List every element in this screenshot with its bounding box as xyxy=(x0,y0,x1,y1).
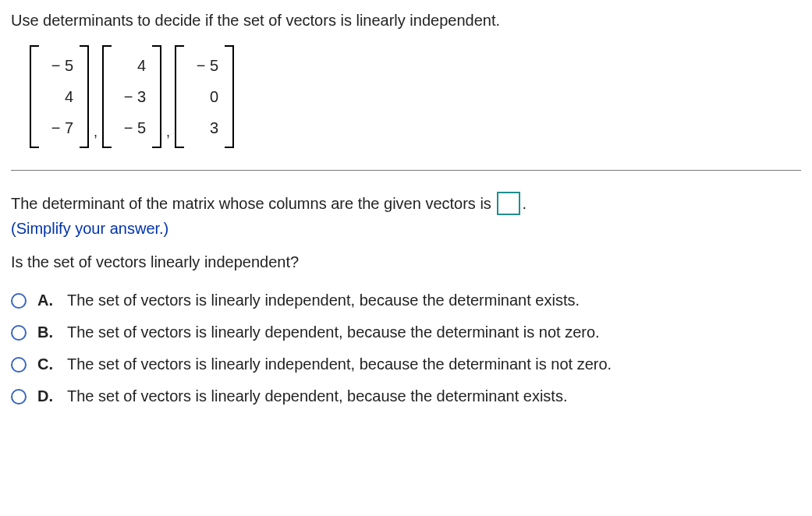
determinant-prompt: The determinant of the matrix whose colu… xyxy=(11,191,801,217)
radio-icon[interactable] xyxy=(11,357,27,373)
radio-icon[interactable] xyxy=(11,293,27,309)
divider xyxy=(11,170,801,171)
vector-cell: − 5 xyxy=(190,50,218,81)
bracket-right xyxy=(225,45,234,148)
determinant-input[interactable] xyxy=(497,192,520,215)
bracket-left xyxy=(102,45,112,148)
prompt-text-before: The determinant of the matrix whose colu… xyxy=(11,195,495,212)
separator: , xyxy=(92,124,99,148)
question-text: Use determinants to decide if the set of… xyxy=(11,9,801,31)
option-b[interactable]: B. The set of vectors is linearly depend… xyxy=(11,323,801,341)
vector-cell: 4 xyxy=(45,81,73,112)
option-a[interactable]: A. The set of vectors is linearly indepe… xyxy=(11,292,801,309)
bracket-right xyxy=(80,45,89,148)
option-c[interactable]: C. The set of vectors is linearly indepe… xyxy=(11,355,801,373)
option-text: The set of vectors is linearly independe… xyxy=(67,355,801,373)
vector-cell: 0 xyxy=(190,81,218,112)
option-d[interactable]: D. The set of vectors is linearly depend… xyxy=(11,387,801,405)
vector-cell: − 3 xyxy=(118,81,146,112)
options-group: A. The set of vectors is linearly indepe… xyxy=(11,292,801,405)
vector-2: 4 − 3 − 5 xyxy=(102,45,161,148)
hint-text: (Simplify your answer.) xyxy=(11,220,801,238)
prompt-text-after: . xyxy=(522,195,527,212)
bracket-left xyxy=(175,45,184,148)
radio-icon[interactable] xyxy=(11,389,27,405)
bracket-right xyxy=(152,45,161,148)
option-label: A. xyxy=(37,292,56,309)
vector-display: − 5 4 − 7 , 4 − 3 − 5 , − 5 0 3 xyxy=(30,45,801,148)
vector-cell: − 5 xyxy=(118,112,146,143)
option-text: The set of vectors is linearly dependent… xyxy=(67,387,801,405)
radio-icon[interactable] xyxy=(11,325,27,341)
vector-cell: 4 xyxy=(118,50,146,81)
option-label: D. xyxy=(37,387,56,405)
option-label: B. xyxy=(37,323,56,341)
option-text: The set of vectors is linearly dependent… xyxy=(67,323,801,341)
vector-cell: − 5 xyxy=(45,50,73,81)
sub-question: Is the set of vectors linearly independe… xyxy=(11,253,801,271)
vector-cell: 3 xyxy=(190,112,218,143)
vector-cell: − 7 xyxy=(45,112,73,143)
vector-3: − 5 0 3 xyxy=(175,45,234,148)
option-text: The set of vectors is linearly independe… xyxy=(67,292,801,309)
separator: , xyxy=(165,124,172,148)
vector-1: − 5 4 − 7 xyxy=(30,45,89,148)
bracket-left xyxy=(30,45,39,148)
option-label: C. xyxy=(37,355,56,373)
